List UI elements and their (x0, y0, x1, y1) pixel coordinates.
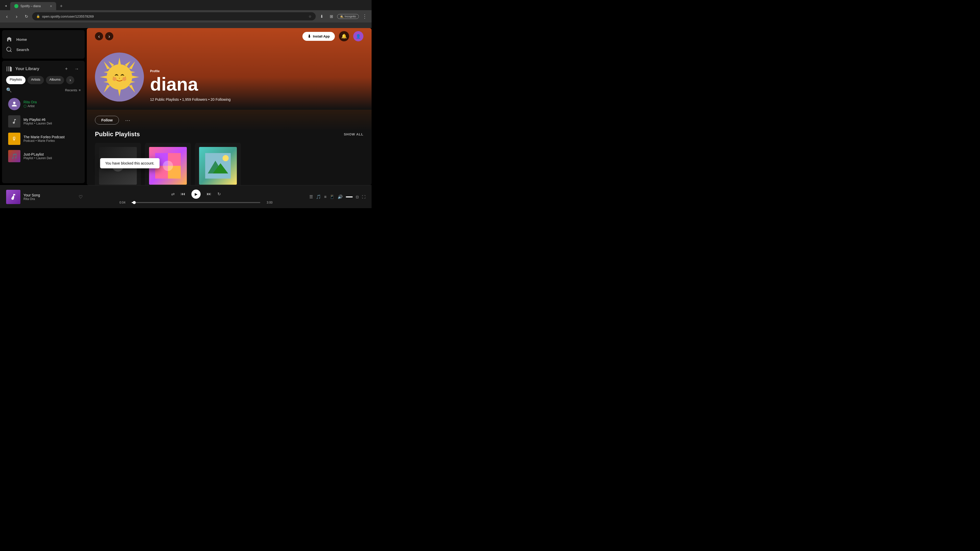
download-icon[interactable]: ⬇ (318, 13, 325, 20)
playlist-sub: Playlist • Lauren Deli (24, 122, 79, 125)
artist-info: Rita Ora ⬡ Artist (24, 100, 79, 108)
playlist-info: My Playlist #6 Playlist • Lauren Deli (24, 118, 79, 125)
recents-btn[interactable]: Recents ≡ (65, 88, 81, 92)
show-all-btn[interactable]: Show all (344, 132, 363, 136)
install-app-btn[interactable]: ⬇ Install App (302, 32, 335, 41)
library-actions: + → (62, 65, 81, 73)
playlist-card-3[interactable] (195, 143, 241, 185)
podcast-thumb: 🎙 (8, 133, 21, 145)
chip-albums[interactable]: Albums (46, 76, 64, 84)
tab-close-icon[interactable]: × (50, 4, 52, 8)
user-menu-btn[interactable]: 👤 (353, 31, 363, 41)
devices-btn[interactable]: 📱 (329, 194, 334, 199)
fullscreen-btn[interactable]: ⛶ (362, 195, 366, 199)
heart-btn[interactable]: ♡ (79, 194, 83, 200)
home-icon (6, 36, 12, 42)
profile-avatar-image (95, 52, 144, 102)
main-content: Profile diana 12 Public Playlists • 1,95… (87, 28, 372, 185)
shuffle-btn[interactable]: ⇄ (171, 192, 175, 197)
star-icon[interactable]: ☆ (309, 14, 312, 18)
playlist-thumb (8, 115, 21, 127)
podcast-info: The Marie Forleo Podcast Podcast • Marie… (24, 135, 79, 143)
nav-back-btn[interactable]: ‹ (95, 32, 103, 40)
tab-back[interactable]: ◂ (2, 2, 9, 10)
active-tab[interactable]: Spotify – diana × (10, 2, 56, 10)
add-playlist-btn[interactable]: + (62, 65, 70, 73)
profile-type-label: Profile (150, 69, 363, 73)
back-btn[interactable]: ‹ (3, 13, 11, 20)
main-panel: ‹ › ⬇ Install App 🔔 👤 (87, 28, 372, 185)
refresh-btn[interactable]: ↻ (22, 13, 30, 20)
address-bar[interactable]: 🔒 open.spotify.com/user/1235578269 ☆ (32, 12, 316, 21)
profile-avatar (95, 52, 144, 102)
volume-icon[interactable]: 🔊 (338, 194, 343, 199)
svg-point-0 (15, 5, 18, 7)
notifications-btn[interactable]: 🔔 (339, 31, 349, 41)
play-icon: ▶ (195, 192, 197, 196)
player-controls: ⇄ ⏮ ▶ ⏭ ↻ 0:04 3:00 (87, 189, 305, 204)
artist-icon (11, 100, 18, 108)
now-playing: Your Song Rita Ora ♡ (6, 190, 83, 204)
library-title-btn[interactable]: Your Library (6, 66, 39, 72)
now-playing-artist: Rita Ora (24, 197, 76, 201)
new-tab-btn[interactable]: + (57, 2, 65, 10)
podcast-sub: Podcast • Marie Forleo (24, 139, 79, 143)
list-btn[interactable]: ≡ (324, 195, 326, 199)
playlist-card-1[interactable]: You have blocked this account. (95, 143, 141, 185)
queue-btn[interactable]: ☰ (309, 194, 313, 199)
library-icon (6, 66, 12, 72)
menu-icon[interactable]: ⋮ (361, 13, 369, 20)
progress-bar[interactable] (132, 202, 260, 203)
now-playing-info: Your Song Rita Ora (24, 193, 76, 201)
now-playing-title: Your Song (24, 193, 76, 197)
chip-playlists[interactable]: Playlists (6, 76, 25, 84)
profile-details: Profile diana 12 Public Playlists • 1,95… (150, 69, 363, 102)
incognito-badge[interactable]: 🕵 Incognito (337, 14, 359, 19)
volume-bar[interactable] (346, 197, 353, 197)
svg-point-17 (107, 64, 132, 90)
blocked-tooltip: You have blocked this account. (100, 158, 159, 168)
player-bar: Your Song Rita Ora ♡ ⇄ ⏮ ▶ ⏭ ↻ 0:04 3:00… (0, 185, 372, 208)
just-playlist-name: Just-PLaylist (24, 152, 79, 156)
search-label: Search (16, 48, 29, 52)
library-search-icon[interactable]: 🔍 (6, 87, 12, 93)
svg-point-33 (163, 161, 173, 171)
lyrics-btn[interactable]: 🎵 (316, 194, 321, 199)
svg-point-25 (113, 77, 114, 78)
library-search-row: 🔍 Recents ≡ (6, 87, 81, 93)
list-item[interactable]: Rita Ora ⬡ Artist (6, 96, 81, 112)
filter-chips: Playlists Artists Albums › (6, 76, 81, 84)
chip-artists[interactable]: Artists (27, 76, 44, 84)
svg-point-26 (125, 77, 126, 78)
tab-favicon (14, 4, 18, 8)
sidebar-item-home[interactable]: Home (6, 34, 81, 44)
extensions-icon[interactable]: ⊞ (328, 13, 335, 20)
main-right-controls: ⬇ Install App 🔔 👤 (302, 31, 363, 41)
chip-more-btn[interactable]: › (66, 76, 74, 84)
forward-btn[interactable]: › (13, 13, 21, 20)
more-options-btn[interactable]: ··· (125, 117, 130, 124)
svg-point-37 (223, 155, 229, 161)
profile-stats: 12 Public Playlists • 1,959 Followers • … (150, 97, 363, 102)
play-pause-btn[interactable]: ▶ (191, 189, 200, 199)
playlist-art-3 (205, 153, 231, 179)
miniplayer-btn[interactable]: ⊡ (356, 195, 359, 199)
app-layout: Home Search Your Library + (0, 28, 372, 185)
list-item[interactable]: 🎵 Just-PLaylist Playlist • Lauren Deli (6, 148, 81, 164)
profile-actions: Follow ··· (87, 110, 372, 130)
list-item[interactable]: My Playlist #6 Playlist • Lauren Deli (6, 113, 81, 130)
sidebar-item-search[interactable]: Search (6, 44, 81, 55)
prev-btn[interactable]: ⏮ (181, 191, 185, 197)
incognito-icon: 🕵 (340, 15, 344, 18)
repeat-btn[interactable]: ↻ (218, 192, 221, 197)
list-item[interactable]: 🎙 The Marie Forleo Podcast Podcast • Mar… (6, 130, 81, 147)
search-icon (6, 46, 12, 52)
incognito-label: Incognito (345, 15, 356, 18)
recents-label: Recents (65, 88, 77, 92)
next-btn[interactable]: ⏭ (207, 191, 211, 197)
follow-button[interactable]: Follow (95, 116, 119, 124)
nav-forward-btn[interactable]: › (105, 32, 113, 40)
address-text: open.spotify.com/user/1235578269 (42, 14, 307, 18)
browser-chrome: ◂ Spotify – diana × + ‹ › ↻ 🔒 open.spoti… (0, 0, 372, 28)
expand-library-btn[interactable]: → (73, 65, 81, 73)
